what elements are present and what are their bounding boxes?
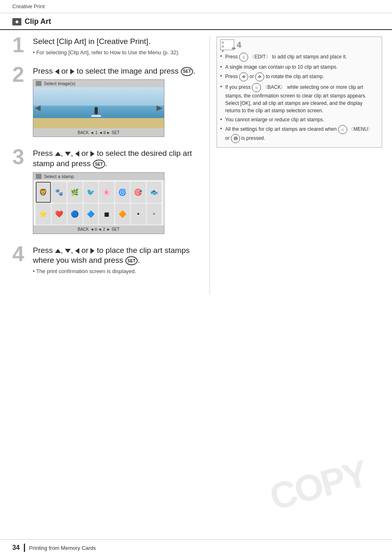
section-title: Clip Art bbox=[25, 17, 51, 26]
menu-button-icon: ○ bbox=[338, 125, 347, 134]
footer-text: Printing from Memory Cards bbox=[29, 545, 96, 551]
note-box: ≡≡≡ ✏ 4 • Press ○ 〈EDIT〉 to add clip art… bbox=[217, 37, 382, 148]
step-1-content: Select [Clip Art] in [Creative Print]. •… bbox=[33, 37, 200, 59]
step-3-title: Press , , or to select the desired clip … bbox=[33, 148, 200, 169]
note-bullet-6: • All the settings for clip art stamps a… bbox=[220, 125, 378, 143]
main-layout: 1 Select [Clip Art] in [Creative Print].… bbox=[0, 37, 392, 295]
stamp-cell: ◼ bbox=[99, 204, 114, 225]
arrow-up-icon bbox=[55, 152, 61, 156]
screen-2-top-bar: Select image(s) bbox=[33, 80, 164, 87]
step-4: 4 Press , , or to place the clip art sta… bbox=[12, 246, 200, 278]
stamp-cell: 🌀 bbox=[115, 182, 130, 203]
screen-3-top-bar: Select a stamp bbox=[33, 173, 164, 180]
stamp-cell: 🐾 bbox=[52, 182, 67, 203]
stamp-cell: ⭐ bbox=[36, 204, 51, 225]
right-column: ≡≡≡ ✏ 4 • Press ○ 〈EDIT〉 to add clip art… bbox=[210, 37, 392, 295]
note-bullet-5: • You cannot enlarge or reduce clip art … bbox=[220, 116, 378, 123]
step-1: 1 Select [Clip Art] in [Creative Print].… bbox=[12, 37, 200, 59]
screen-2-label: Select image(s) bbox=[44, 81, 75, 86]
stamp-row-2: ⭐ ❤️ 🔵 🔷 ◼ 🔶 ▪ ▫ bbox=[36, 204, 161, 225]
left-column: 1 Select [Clip Art] in [Creative Print].… bbox=[0, 37, 210, 295]
step-3-content: Press , , or to select the desired clip … bbox=[33, 148, 200, 238]
screen-3-label: Select a stamp bbox=[44, 174, 74, 179]
arrow-right-icon bbox=[70, 69, 74, 74]
step-4-number: 4 bbox=[12, 243, 28, 278]
stamp-cell: 🔷 bbox=[83, 204, 99, 225]
rotate-left-icon: ⟲ bbox=[239, 72, 248, 81]
set-button-icon3: SET bbox=[125, 256, 138, 265]
arrow-right-icon2 bbox=[90, 151, 95, 157]
step-4-content: Press , , or to place the clip art stamp… bbox=[33, 246, 200, 278]
stamp-cell: 🐟 bbox=[147, 182, 162, 203]
screen-2-nav-left: ◀ bbox=[35, 103, 41, 112]
note-icon-wrapper: ≡≡≡ ✏ bbox=[220, 39, 234, 50]
arrow-down-icon2 bbox=[65, 152, 71, 156]
clip-art-icon: ◆ bbox=[12, 18, 21, 25]
step-4-title: Press , , or to place the clip art stamp… bbox=[33, 246, 200, 266]
step-2-number: 2 bbox=[12, 64, 28, 141]
stamp-cell: 🌿 bbox=[67, 182, 83, 203]
arrow-left-icon2 bbox=[75, 151, 79, 157]
arrow-right-icon3 bbox=[90, 248, 95, 254]
arrow-up-icon2 bbox=[55, 249, 61, 253]
note-bullet-2: • A single image can contain up to 10 cl… bbox=[220, 63, 378, 71]
header-text: Creative Print bbox=[12, 3, 45, 9]
surfer-image: ◀ ▶ bbox=[33, 87, 164, 128]
section-title-bar: ◆ Clip Art bbox=[0, 13, 392, 30]
edit-button-icon: ○ bbox=[239, 53, 248, 62]
stamp-cell: 🦁 bbox=[36, 182, 51, 203]
step-4-subtitle: • The print confirmation screen is displ… bbox=[33, 268, 200, 274]
step-3-or: or bbox=[81, 149, 90, 158]
screen-2-bottom-bar: BACK ◄ 1 ◄②► SET bbox=[33, 128, 164, 137]
screen-2-content: ◀ ▶ bbox=[33, 87, 164, 128]
stamp-row-1: 🦁 🐾 🌿 🐦 🌸 🌀 🎯 🐟 bbox=[36, 182, 161, 203]
stamp-cell: 🐦 bbox=[83, 182, 99, 203]
rotate-right-icon: ⟳ bbox=[255, 72, 264, 81]
stamp-cell: 🎯 bbox=[131, 182, 146, 203]
screen-3-icon bbox=[36, 174, 42, 179]
page-header: Creative Print bbox=[0, 0, 392, 13]
note-bullet-4: • If you press ○ 〈BACK〉 while selecting … bbox=[220, 83, 378, 114]
screen-3-bottom-bar: BACK ◄①◄ 2 ► SET bbox=[33, 225, 164, 234]
footer-separator bbox=[24, 544, 25, 552]
stamp-cell: ❤️ bbox=[52, 204, 67, 225]
screen-2-camera-icon bbox=[36, 81, 42, 86]
step-3: 3 Press , , or to select the desired cli… bbox=[12, 148, 200, 238]
stamp-grid-area: 🦁 🐾 🌿 🐦 🌸 🌀 🎯 🐟 ⭐ ❤️ 🔵 bbox=[33, 180, 164, 225]
step-1-title: Select [Clip Art] in [Creative Print]. bbox=[33, 37, 200, 47]
note-box-header: ≡≡≡ ✏ 4 bbox=[220, 39, 378, 50]
stamp-cell: 🌸 bbox=[99, 182, 114, 203]
page-footer: 34 Printing from Memory Cards bbox=[0, 539, 392, 556]
arrow-left-icon bbox=[55, 69, 59, 74]
stamp-cell: ▪ bbox=[131, 204, 146, 225]
pencil-icon: ✏ bbox=[232, 46, 236, 51]
arrow-down-icon3 bbox=[65, 249, 71, 253]
note-number: 4 bbox=[237, 40, 241, 50]
note-content: • Press ○ 〈EDIT〉 to add clip art stamps … bbox=[220, 53, 378, 143]
step-2-screen: Select image(s) bbox=[33, 79, 164, 137]
set-button-icon: SET bbox=[181, 67, 193, 76]
back-button-icon: ○ bbox=[252, 83, 261, 92]
step-2: 2 Press or to select the image and press… bbox=[12, 66, 200, 141]
step-3-screen: Select a stamp 🦁 🐾 🌿 🐦 🌸 🌀 🎯 🐟 bbox=[33, 172, 164, 234]
footer-page-number: 34 bbox=[12, 544, 20, 551]
stamp-cell: 🔶 bbox=[115, 204, 130, 225]
step-2-title: Press or to select the image and press S… bbox=[33, 66, 200, 76]
stamp-cell: 🔵 bbox=[67, 204, 83, 225]
copy-watermark: COPY bbox=[265, 452, 371, 519]
step-3-number: 3 bbox=[12, 146, 28, 238]
screen-2-nav-right: ▶ bbox=[157, 103, 162, 112]
fn-button-icon: ⓜ bbox=[231, 134, 240, 143]
step-2-or1: or bbox=[61, 67, 70, 75]
arrow-left-icon3 bbox=[75, 248, 79, 254]
set-button-icon2: SET bbox=[93, 160, 105, 169]
note-bullet-3: • Press ⟲ or ⟳ to rotate the clip art st… bbox=[220, 72, 378, 81]
note-bullet-1: • Press ○ 〈EDIT〉 to add clip art stamps … bbox=[220, 53, 378, 62]
step-1-number: 1 bbox=[12, 34, 28, 59]
step-1-subtitle: • For selecting [Clip Art], refer to How… bbox=[33, 49, 200, 56]
step-4-or: or bbox=[81, 246, 90, 255]
stamp-cell: ▫ bbox=[147, 204, 162, 225]
step-2-content: Press or to select the image and press S… bbox=[33, 66, 200, 141]
